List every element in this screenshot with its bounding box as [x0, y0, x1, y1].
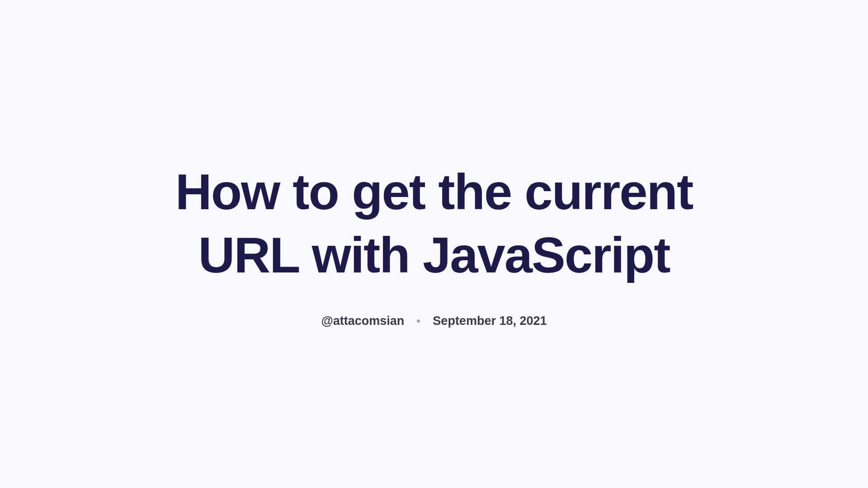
publish-date: September 18, 2021	[433, 314, 547, 328]
separator-dot-icon	[417, 319, 420, 323]
article-meta: @attacomsian September 18, 2021	[136, 314, 732, 328]
author-handle: @attacomsian	[321, 314, 404, 328]
article-title: How to get the current URL with JavaScri…	[136, 160, 732, 287]
article-header: How to get the current URL with JavaScri…	[118, 160, 750, 328]
